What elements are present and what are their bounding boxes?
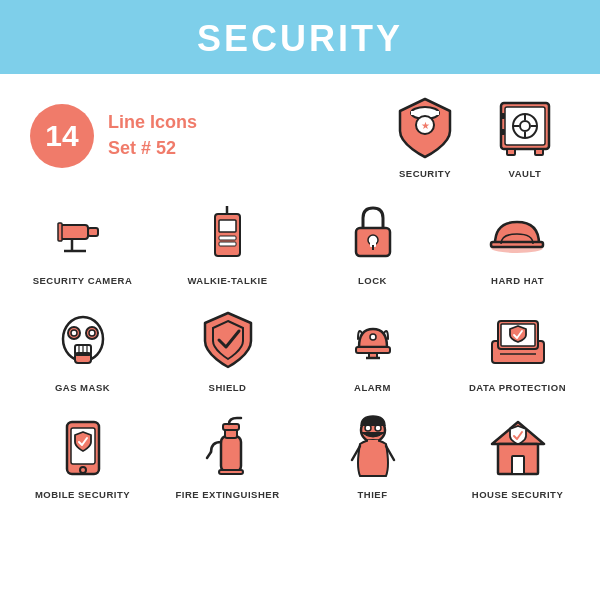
house-security-icon (483, 413, 553, 483)
lock-label: LOCK (358, 275, 387, 286)
icons-grid: SECURITY CAMERA WALKIE-TALKIE (0, 183, 600, 508)
shield-check-icon (193, 306, 263, 376)
page-title: SECURITY (0, 18, 600, 60)
gas-mask-label: GAS MASK (55, 382, 110, 393)
svg-rect-24 (219, 242, 236, 246)
shield-cell: SHIELD (155, 294, 300, 401)
svg-rect-16 (60, 225, 88, 239)
svg-rect-17 (88, 228, 98, 236)
set-line-label: Line Icons (108, 110, 197, 135)
alarm-icon (338, 306, 408, 376)
header: SECURITY (0, 0, 600, 74)
fire-extinguisher-icon (193, 413, 263, 483)
svg-point-43 (370, 334, 376, 340)
badge-text: Line Icons Set # 52 (108, 110, 197, 160)
svg-rect-1 (411, 111, 439, 115)
house-security-label: HOUSE SECURITY (472, 489, 563, 500)
svg-rect-5 (505, 107, 545, 145)
vault-icon (490, 92, 560, 162)
svg-rect-56 (219, 470, 243, 474)
hard-hat-icon (483, 199, 553, 269)
security-camera-icon (48, 199, 118, 269)
hard-hat-label: HARD HAT (491, 275, 544, 286)
badge-number: 14 (45, 119, 78, 153)
thief-cell: THIEF (300, 401, 445, 508)
svg-rect-65 (512, 456, 524, 474)
security-camera-label: SECURITY CAMERA (33, 275, 133, 286)
svg-rect-13 (501, 129, 505, 135)
svg-rect-20 (58, 223, 62, 241)
vault-label: VAULT (509, 168, 542, 179)
svg-rect-12 (501, 113, 505, 119)
svg-rect-53 (221, 436, 241, 472)
alarm-label: ALARM (354, 382, 391, 393)
svg-rect-31 (491, 242, 543, 247)
svg-point-36 (89, 330, 95, 336)
mobile-security-icon (48, 413, 118, 483)
svg-rect-15 (535, 149, 543, 155)
walkie-talkie-cell: WALKIE-TALKIE (155, 187, 300, 294)
svg-rect-23 (219, 236, 236, 240)
thief-icon (338, 413, 408, 483)
data-protection-label: DATA PROTECTION (469, 382, 566, 393)
badge-circle: 14 (30, 104, 94, 168)
security-label: SECURITY (399, 168, 451, 179)
svg-rect-14 (507, 149, 515, 155)
svg-text:★: ★ (421, 120, 430, 131)
alarm-cell: ALARM (300, 294, 445, 401)
svg-point-34 (71, 330, 77, 336)
gas-mask-cell: GAS MASK (10, 294, 155, 401)
mobile-security-label: MOBILE SECURITY (35, 489, 130, 500)
mobile-security-cell: MOBILE SECURITY (10, 401, 155, 508)
fire-extinguisher-label: FIRE EXTINGUISHER (175, 489, 279, 500)
security-camera-cell: SECURITY CAMERA (10, 187, 155, 294)
svg-rect-55 (223, 424, 239, 430)
lock-cell: LOCK (300, 187, 445, 294)
thief-label: THIEF (358, 489, 388, 500)
security-icon: ★ (390, 92, 460, 162)
house-security-cell: HOUSE SECURITY (445, 401, 590, 508)
lock-icon (338, 199, 408, 269)
walkie-talkie-icon (193, 199, 263, 269)
walkie-talkie-label: WALKIE-TALKIE (187, 275, 267, 286)
shield-label: SHIELD (209, 382, 247, 393)
svg-rect-60 (368, 440, 378, 446)
hard-hat-cell: HARD HAT (445, 187, 590, 294)
gas-mask-icon (48, 306, 118, 376)
data-protection-icon (483, 306, 553, 376)
set-number-label: Set # 52 (108, 136, 197, 161)
data-protection-cell: DATA PROTECTION (445, 294, 590, 401)
svg-rect-22 (219, 220, 236, 232)
fire-extinguisher-cell: FIRE EXTINGUISHER (155, 401, 300, 508)
